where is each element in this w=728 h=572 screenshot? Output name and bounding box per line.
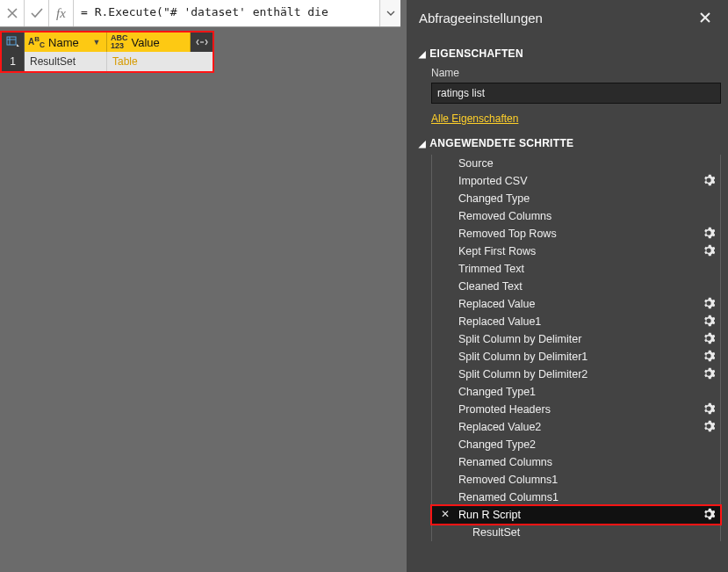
table-row[interactable]: 1 ResultSet Table <box>2 52 213 71</box>
step-label: ResultSet <box>472 526 520 539</box>
all-properties-link[interactable]: Alle Eigenschaften <box>431 112 716 125</box>
step-label: Changed Type <box>458 192 530 205</box>
collapse-icon: ◢ <box>419 139 426 148</box>
applied-step[interactable]: Split Column by Delimiter2 <box>432 366 720 383</box>
formula-bar: fx = R.Execute("# 'dataset' enthält die <box>0 0 400 27</box>
gear-icon[interactable] <box>703 402 715 415</box>
step-label: Replaced Value2 <box>458 421 541 433</box>
applied-step[interactable]: Source <box>432 155 720 172</box>
section-steps-header[interactable]: ◢ ANGEWENDETE SCHRITTE <box>419 137 716 149</box>
formula-expand-button[interactable] <box>379 0 400 26</box>
row-index: 1 <box>2 52 25 71</box>
applied-step-selected[interactable]: ✕Run R Script <box>432 506 720 524</box>
step-label: Changed Type1 <box>458 386 536 398</box>
applied-step[interactable]: Changed Type1 <box>432 383 720 401</box>
step-label: Changed Type2 <box>458 438 536 451</box>
commit-formula-button[interactable] <box>25 0 49 26</box>
query-settings-panel: Abfrageeinstellungen ◢ EIGENSCHAFTEN Nam… <box>407 0 728 572</box>
any-type-icon: ABC123 <box>111 34 128 50</box>
fx-icon: fx <box>49 0 74 26</box>
applied-step[interactable]: Changed Type2 <box>432 436 720 453</box>
step-label: Trimmed Text <box>458 263 524 275</box>
cell-name[interactable]: ResultSet <box>25 52 107 71</box>
gear-icon[interactable] <box>703 244 715 257</box>
applied-step[interactable]: Replaced Value1 <box>432 313 720 330</box>
query-name-input[interactable] <box>431 83 721 104</box>
applied-step[interactable]: Trimmed Text <box>432 260 720 278</box>
applied-step[interactable]: Kept First Rows <box>432 243 720 260</box>
step-label: Replaced Value <box>458 298 535 310</box>
table-header-row: ABC Name ▼ ABC123 Value <box>2 33 213 52</box>
gear-icon[interactable] <box>703 367 715 380</box>
close-panel-button[interactable] <box>695 7 716 28</box>
gear-icon[interactable] <box>703 297 715 309</box>
collapse-icon: ◢ <box>419 49 426 59</box>
data-preview-table: ABC Name ▼ ABC123 Value 1 ResultSet Tabl… <box>2 33 213 71</box>
cancel-formula-button[interactable] <box>0 0 25 26</box>
applied-step[interactable]: Removed Columns1 <box>432 471 720 489</box>
applied-step[interactable]: Removed Columns <box>432 207 720 225</box>
table-menu-button[interactable] <box>2 33 25 52</box>
applied-step[interactable]: Split Column by Delimiter <box>432 330 720 348</box>
section-properties-header[interactable]: ◢ EIGENSCHAFTEN <box>419 47 716 60</box>
applied-steps-list: SourceImported CSVChanged TypeRemoved Co… <box>431 155 721 541</box>
step-label: Cleaned Text <box>458 280 523 293</box>
step-label: Replaced Value1 <box>458 315 541 328</box>
step-label: Kept First Rows <box>458 245 536 257</box>
section-title: EIGENSCHAFTEN <box>429 47 523 60</box>
svg-rect-0 <box>7 37 16 45</box>
applied-step[interactable]: Promoted Headers <box>432 401 720 418</box>
gear-icon[interactable] <box>703 227 715 239</box>
column-header-name[interactable]: ABC Name ▼ <box>25 33 107 52</box>
step-label: Renamed Columns <box>458 456 552 468</box>
applied-step[interactable]: Renamed Columns1 <box>432 489 720 506</box>
step-label: Split Column by Delimiter2 <box>458 368 587 380</box>
applied-step[interactable]: ResultSet <box>432 524 720 541</box>
gear-icon[interactable] <box>703 420 715 432</box>
applied-step[interactable]: Imported CSV <box>432 172 720 190</box>
step-label: Run R Script <box>458 509 521 521</box>
column-label: Name <box>48 36 79 49</box>
step-label: Promoted Headers <box>458 403 551 416</box>
applied-step[interactable]: Split Column by Delimiter1 <box>432 348 720 366</box>
applied-step[interactable]: Renamed Columns <box>432 453 720 471</box>
panel-title: Abfrageeinstellungen <box>419 11 543 25</box>
gear-icon[interactable] <box>703 332 715 344</box>
section-title: ANGEWENDETE SCHRITTE <box>429 137 573 149</box>
step-label: Imported CSV <box>458 175 528 187</box>
column-header-value[interactable]: ABC123 Value <box>107 33 191 52</box>
applied-step[interactable]: Replaced Value2 <box>432 418 720 436</box>
gear-icon[interactable] <box>703 315 715 327</box>
cell-value[interactable]: Table <box>107 52 191 71</box>
step-label: Split Column by Delimiter <box>458 333 581 345</box>
applied-step[interactable]: Removed Top Rows <box>432 225 720 243</box>
applied-step[interactable]: Changed Type <box>432 190 720 207</box>
step-label: Removed Columns1 <box>458 474 558 486</box>
applied-step[interactable]: Replaced Value <box>432 295 720 313</box>
expand-column-button[interactable] <box>191 33 213 52</box>
step-label: Split Column by Delimiter1 <box>458 351 587 363</box>
delete-step-icon[interactable]: ✕ <box>441 508 450 520</box>
formula-input[interactable]: = R.Execute("# 'dataset' enthält die <box>74 0 379 26</box>
text-type-icon: ABC <box>28 36 45 49</box>
gear-icon[interactable] <box>703 350 715 362</box>
column-label: Value <box>132 36 160 49</box>
gear-icon[interactable] <box>703 508 715 520</box>
column-filter-button[interactable]: ▼ <box>90 36 103 48</box>
step-label: Removed Columns <box>458 210 551 222</box>
gear-icon[interactable] <box>703 174 715 186</box>
step-label: Renamed Columns1 <box>458 491 559 503</box>
name-label: Name <box>431 67 716 79</box>
applied-step[interactable]: Cleaned Text <box>432 278 720 295</box>
step-label: Source <box>458 157 494 170</box>
step-label: Removed Top Rows <box>458 228 557 240</box>
